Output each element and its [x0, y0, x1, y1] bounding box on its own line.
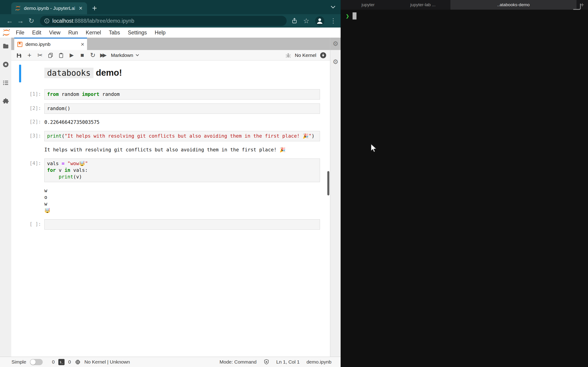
file-browser-icon[interactable] [2, 43, 9, 50]
cell-prompt: [4]: [11, 158, 44, 166]
add-cell-button[interactable]: + [24, 51, 35, 59]
cell-input[interactable]: from random import random [44, 89, 320, 100]
browser-menu-icon[interactable]: ⋮ [330, 18, 337, 24]
menu-run[interactable]: Run [64, 30, 82, 36]
kernel-status-text[interactable]: No Kernel | Unknown [85, 359, 130, 365]
cell-prompt: [2]: [11, 103, 44, 111]
cell-input[interactable]: print("It helps with resolving git confl… [44, 131, 320, 141]
interrupt-kernel-button[interactable]: ■ [77, 52, 87, 59]
output-prompt: [2]: [11, 118, 44, 125]
browser-window: demo.ipynb - JupyterLab × + ← → ↻ localh… [0, 0, 341, 367]
notebook-scrollbar[interactable] [327, 171, 329, 195]
browser-url-bar: ← → ↻ localhost:8888/lab/tree/demo.ipynb… [0, 14, 341, 27]
cell-prompt [11, 64, 44, 66]
cell-type-dropdown[interactable]: Markdown [111, 52, 139, 58]
browser-tab-strip: demo.ipynb - JupyterLab × + [0, 0, 341, 14]
copy-cells-button[interactable] [45, 52, 56, 58]
browser-tab[interactable]: demo.ipynb - JupyterLab × [11, 2, 87, 14]
paste-cells-button[interactable] [56, 52, 66, 58]
kernels-count: 0 [68, 359, 71, 365]
terminal-window: jupyter jupyter-lab ... ..atabooks-demo … [341, 0, 588, 367]
kernel-name-label[interactable]: No Kernel [295, 52, 316, 58]
browser-tab-close-icon[interactable]: × [78, 5, 83, 11]
bookmark-star-icon[interactable]: ☆ [303, 17, 309, 24]
kernel-status-icon[interactable] [320, 52, 326, 58]
markdown-cell[interactable]: databooks demo! [11, 64, 330, 84]
jupyter-logo-icon [1, 28, 12, 37]
jupyterlab-app: File Edit View Run Kernel Tabs Settings … [0, 27, 341, 367]
shell-prompt: ❯ [346, 13, 349, 19]
statusbar-filename[interactable]: demo.ipynb [306, 359, 331, 365]
site-info-icon[interactable] [44, 18, 50, 24]
table-of-contents-icon[interactable] [2, 79, 9, 86]
mode-indicator[interactable]: Mode: Command [220, 359, 257, 365]
terminal-tab-bar: jupyter jupyter-lab ... ..atabooks-demo … [341, 0, 588, 10]
debugger-bug-icon[interactable] [285, 52, 291, 58]
corner-indicator-icon [573, 3, 582, 10]
code-cell[interactable]: [1]:from random import random [11, 89, 330, 100]
simple-mode-toggle[interactable] [30, 359, 43, 365]
right-sidebar: ⚙ ⚙ [330, 38, 341, 357]
simple-mode-label: Simple [11, 359, 26, 365]
chevron-down-icon[interactable] [330, 6, 336, 9]
terminal-tab-databooks-demo[interactable]: ..atabooks-demo [450, 0, 577, 10]
notebook-toolbar: + ✂ ▶ ■ ↻ ▶▶ Markdown [11, 50, 330, 60]
save-button[interactable] [14, 52, 24, 58]
cell-input[interactable] [44, 219, 320, 230]
jupyter-menu-bar: File Edit View Run Kernel Tabs Settings … [0, 27, 341, 38]
menu-edit[interactable]: Edit [28, 30, 45, 36]
mouse-cursor [370, 144, 377, 154]
menu-help[interactable]: Help [151, 30, 170, 36]
terminal-body[interactable]: ❯ [341, 10, 588, 19]
cell-input[interactable]: random() [44, 103, 320, 114]
cursor-position[interactable]: Ln 1, Col 1 [276, 359, 300, 365]
notebook-panel[interactable]: databooks demo![1]:from random import ra… [11, 60, 330, 357]
share-icon[interactable] [291, 17, 298, 24]
output-prompt [11, 186, 44, 187]
forward-button[interactable]: → [15, 17, 26, 24]
terminal-tab-jupyter-lab[interactable]: jupyter-lab ... [396, 0, 450, 10]
code-cell[interactable]: [2]:random() [11, 103, 330, 114]
cell-output: [2]:0.22646642735003575 [11, 118, 330, 127]
settings-gear-icon[interactable]: ⚙ [333, 59, 338, 65]
code-cell[interactable]: [4]:vals = "wow🤯"for v in vals: print(v) [11, 158, 330, 182]
notebook-cells: databooks demo![1]:from random import ra… [11, 64, 330, 230]
browser-tab-title: demo.ipynb - JupyterLab [24, 6, 75, 11]
selected-cell-bar [19, 65, 21, 82]
reload-button[interactable]: ↻ [26, 17, 37, 24]
cell-prompt: [ ]: [11, 219, 44, 227]
cell-output: It helps with resolving git conflicts bu… [11, 145, 330, 155]
back-button[interactable]: ← [4, 17, 15, 24]
new-tab-button[interactable]: + [92, 4, 97, 12]
jupyter-favicon-icon [15, 5, 21, 11]
restart-kernel-button[interactable]: ↻ [87, 51, 98, 59]
markdown-rendered: databooks demo! [44, 64, 320, 84]
menu-file[interactable]: File [12, 30, 28, 36]
cell-output: wow🤯 [11, 186, 330, 215]
code-cell[interactable]: [ ]: [11, 219, 330, 230]
document-tab-bar: demo.ipynb × [11, 38, 330, 50]
menu-tabs[interactable]: Tabs [105, 30, 124, 36]
output-prompt [11, 145, 44, 147]
notebook-file-icon [17, 42, 23, 47]
notebook-tab[interactable]: demo.ipynb × [14, 38, 87, 50]
menu-view[interactable]: View [45, 30, 64, 36]
running-kernels-icon[interactable] [2, 61, 9, 68]
terminal-cursor [353, 12, 356, 19]
cell-input[interactable]: vals = "wow🤯"for v in vals: print(v) [44, 158, 320, 182]
trust-shield-icon[interactable] [263, 359, 269, 365]
menu-settings[interactable]: Settings [124, 30, 151, 36]
terminal-tab-jupyter[interactable]: jupyter [341, 0, 396, 10]
notebook-tab-close-icon[interactable]: × [81, 41, 84, 47]
left-sidebar [0, 38, 11, 357]
code-cell[interactable]: [3]:print("It helps with resolving git c… [11, 131, 330, 141]
extensions-icon[interactable] [2, 98, 9, 105]
profile-avatar[interactable] [315, 16, 325, 26]
menu-kernel[interactable]: Kernel [82, 30, 105, 36]
url-host: localhost [52, 18, 73, 24]
restart-run-all-button[interactable]: ▶▶ [98, 52, 109, 58]
property-inspector-gears-icon[interactable]: ⚙ [333, 41, 338, 47]
url-input[interactable]: localhost:8888/lab/tree/demo.ipynb [40, 16, 287, 26]
cut-cells-button[interactable]: ✂ [35, 52, 45, 59]
run-cell-button[interactable]: ▶ [66, 52, 77, 58]
